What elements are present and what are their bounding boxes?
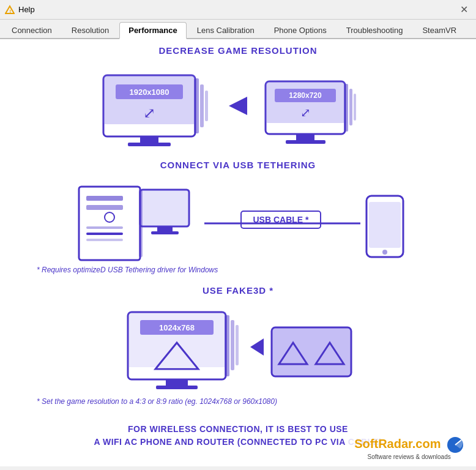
app-icon: ! <box>5 5 15 15</box>
svg-rect-30 <box>86 205 123 210</box>
svg-text:⤢: ⤢ <box>143 105 155 121</box>
svg-text:!: ! <box>10 9 12 14</box>
svg-rect-43 <box>166 379 188 386</box>
svg-rect-46 <box>231 320 234 370</box>
svg-rect-47 <box>236 325 239 365</box>
tab-performance[interactable]: Performance <box>119 22 186 39</box>
softradar-sub: Software reviews & downloads <box>354 453 464 460</box>
content-area: DECREASE GAME RESOLUTION 1920x1080 ⤢ <box>0 39 476 466</box>
svg-rect-4 <box>140 136 158 143</box>
svg-rect-26 <box>157 226 173 231</box>
softradar-name: SoftRadar <box>354 437 412 450</box>
section-title-3: USE FAKE3D * <box>203 285 273 296</box>
tab-resolution[interactable]: Resolution <box>62 22 118 38</box>
tab-troubleshooting[interactable]: Troubleshooting <box>337 22 412 38</box>
svg-rect-45 <box>225 315 229 376</box>
title-bar: ! Help ✕ <box>0 0 476 20</box>
svg-rect-27 <box>151 231 179 234</box>
svg-rect-25 <box>140 190 189 226</box>
svg-marker-51 <box>250 338 264 356</box>
svg-rect-16 <box>286 140 325 144</box>
svg-text:⤢: ⤢ <box>300 106 311 119</box>
svg-marker-12 <box>229 97 247 115</box>
svg-rect-8 <box>205 91 208 121</box>
svg-rect-32 <box>86 226 123 229</box>
section-usb-tethering: CONNECT VIA USB TETHERING USB CABLE * <box>37 160 439 274</box>
window-title: Help <box>18 5 35 14</box>
svg-text:1024x768: 1024x768 <box>159 323 195 332</box>
svg-rect-19 <box>354 94 356 121</box>
svg-point-40 <box>382 250 387 255</box>
tab-bar: Connection Resolution Performance Lens C… <box>0 20 476 39</box>
svg-rect-17 <box>344 84 348 132</box>
svg-rect-15 <box>296 134 314 140</box>
section-title-2: CONNECT VIA USB TETHERING <box>160 160 316 170</box>
svg-rect-52 <box>272 327 351 376</box>
section-title-1: DECREASE GAME RESOLUTION <box>158 45 317 56</box>
svg-text:1280x720: 1280x720 <box>289 91 322 100</box>
title-bar-left: ! Help <box>5 5 35 15</box>
softradar-brand: SoftRadar.com <box>354 436 464 453</box>
section-note-2: * Requires optimizeD USB Tethering drive… <box>37 266 439 274</box>
tab-steamvr[interactable]: SteamVR <box>413 22 466 38</box>
decrease-resolution-diagram: 1920x1080 ⤢ 1280x720 ⤢ <box>85 63 391 149</box>
svg-rect-6 <box>194 78 199 133</box>
svg-rect-5 <box>128 143 171 146</box>
usb-tethering-diagram: USB CABLE * <box>61 177 415 263</box>
softradar-tld: .com <box>412 437 441 450</box>
bottom-text-line2: A WIFI AC PHONE AND ROUTER (CONNECTED TO… <box>94 436 382 449</box>
svg-rect-34 <box>86 239 123 241</box>
svg-rect-18 <box>349 89 352 125</box>
close-button[interactable]: ✕ <box>456 2 471 17</box>
section-note-3: * Set the game resolution to a 4:3 or 8:… <box>37 397 439 406</box>
section-decrease-resolution: DECREASE GAME RESOLUTION 1920x1080 ⤢ <box>37 45 439 149</box>
tab-connection[interactable]: Connection <box>2 22 61 38</box>
tab-lens-calibration[interactable]: Lens Calibration <box>188 22 264 38</box>
svg-text:1920x1080: 1920x1080 <box>129 88 169 97</box>
bottom-text-line1: FOR WIRELESS CONNECTION, IT IS BEST TO U… <box>94 423 382 436</box>
svg-rect-28 <box>139 190 143 257</box>
tab-phone-options[interactable]: Phone Options <box>265 22 336 38</box>
section-fake3d: USE FAKE3D * 1024x768 * <box>37 285 439 406</box>
svg-rect-44 <box>156 386 198 389</box>
svg-rect-29 <box>86 196 123 201</box>
softradar-icon <box>447 436 464 453</box>
bottom-text-area: FOR WIRELESS CONNECTION, IT IS BEST TO U… <box>94 423 382 449</box>
softradar-badge: SoftRadar.com Software reviews & downloa… <box>348 433 470 464</box>
svg-rect-33 <box>86 233 123 235</box>
svg-rect-7 <box>200 84 204 127</box>
svg-text:USB CABLE *: USB CABLE * <box>253 215 309 225</box>
svg-point-31 <box>105 212 114 222</box>
fake3d-diagram: 1024x768 <box>110 303 366 395</box>
svg-rect-39 <box>369 202 401 248</box>
